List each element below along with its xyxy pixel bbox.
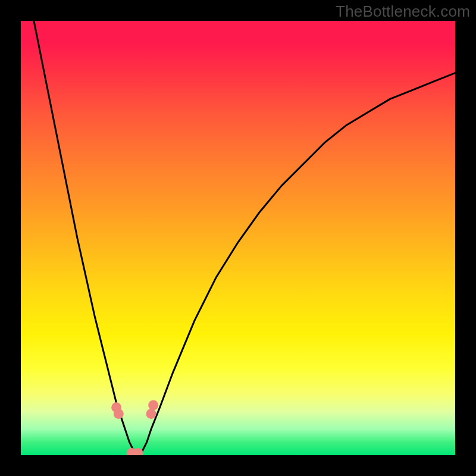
- data-point-marker: [148, 400, 158, 411]
- data-point-marker: [114, 409, 124, 419]
- bottleneck-curve: [34, 21, 455, 455]
- data-point-marker: [146, 409, 156, 419]
- curve-path: [34, 21, 455, 455]
- chart-svg: [21, 21, 455, 455]
- plot-area: [21, 21, 455, 455]
- watermark-text: TheBottleneck.com: [336, 2, 470, 21]
- outer-frame: TheBottleneck.com: [0, 0, 476, 476]
